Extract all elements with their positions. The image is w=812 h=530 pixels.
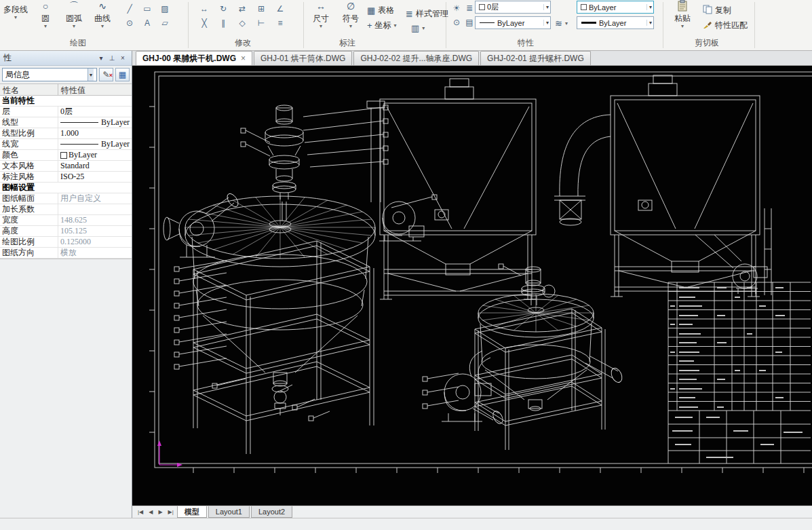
dimension-tool[interactable]: ↔ 尺寸 ▾ [307,0,335,37]
trim-icon[interactable]: ╳ [195,16,213,31]
polyline-tool[interactable]: 多段线▾ [1,0,30,37]
edit-properties-button[interactable]: ✎ × [99,68,113,81]
property-row[interactable]: 加长系数 [0,204,132,215]
property-row[interactable]: 图纸幅面用户自定义 [0,193,132,204]
parts-table [668,282,811,463]
layout-nav-icon[interactable]: ▶ [156,509,164,515]
transparency-icon: ≋ [555,18,562,29]
rotate-icon[interactable]: ↻ [214,2,232,16]
chevron-down-icon[interactable]: ▾ [543,20,549,26]
chevron-down-icon[interactable]: ▾ [394,22,397,29]
property-value[interactable]: ByLayer [58,117,132,128]
property-value[interactable]: 用户自定义 [58,193,132,204]
doc-tab[interactable]: GHJ-02-01 提升螺杆.DWG [480,51,591,65]
chevron-down-icon[interactable]: ▾ [666,23,699,29]
doc-tab[interactable]: GHJ-00 果脯烘干机.DWG× [136,51,252,65]
chevron-down-icon[interactable]: ▾ [543,4,549,10]
property-row[interactable]: 文本风格Standard [0,161,132,172]
chevron-down-icon[interactable]: ▾ [60,23,88,29]
property-value[interactable]: 148.625 [58,215,132,225]
object-type-select[interactable]: 局信息 ▾ [2,68,97,81]
chevron-down-icon[interactable]: ▾ [646,4,652,10]
property-value[interactable]: 横放 [58,248,132,258]
spline-tool[interactable]: ∿曲线▾ [88,0,117,37]
property-value[interactable]: ISO-25 [58,172,132,182]
chevron-down-icon[interactable]: ▾ [88,69,94,81]
layout-tab[interactable]: 模型 [177,506,207,518]
property-row[interactable]: 图纸方向横放 [0,248,132,259]
mirror-icon[interactable]: ⇄ [233,2,251,16]
chevron-down-icon[interactable]: ▾ [31,23,60,29]
property-row[interactable]: 标注风格ISO-25 [0,172,132,183]
layout-nav-icon[interactable]: |◀ [136,509,145,515]
property-value[interactable]: Standard [58,161,132,171]
match-properties-button[interactable]: 特性匹配 [703,20,748,31]
offset-icon[interactable]: ∥ [214,16,232,31]
pin-icon[interactable]: ⊥ [107,53,117,64]
layout-tab[interactable]: Layout1 [208,506,250,518]
table-view-button[interactable]: ▦ [115,68,130,81]
close-icon[interactable]: × [241,52,246,65]
rectangle-icon[interactable]: ▭ [138,2,156,16]
point-icon[interactable]: ⊙ [121,16,138,31]
property-value[interactable]: 0层 [58,107,132,117]
property-row[interactable]: 颜色ByLayer [0,150,132,161]
paste-button[interactable]: 粘贴 ▾ [666,0,699,37]
chevron-down-icon[interactable]: ▾ [422,25,425,31]
lineweight-combo[interactable]: ByLayer ▾ [577,16,654,29]
extend-icon[interactable]: ⊢ [252,16,270,31]
chevron-down-icon[interactable]: ▾ [646,20,652,26]
circle-tool[interactable]: ○圆▾ [31,0,60,37]
property-value[interactable]: 1.000 [58,128,132,138]
doc-tab[interactable]: GHJ-02-02 提升...轴承座.DWG [353,51,479,65]
coordinate-label: 坐标 [375,20,391,31]
property-row[interactable]: 线宽ByLayer [0,139,132,150]
chevron-down-icon[interactable]: ▾ [307,23,335,29]
region-icon[interactable]: ▱ [156,16,174,31]
drawing-area[interactable] [132,66,812,506]
style-manager-expand[interactable]: ▥ ▾ [411,23,425,33]
layout-nav-icon[interactable]: ◀ [147,509,155,515]
chamfer-icon[interactable]: ∠ [271,2,289,16]
close-icon[interactable]: × [117,53,128,64]
property-row[interactable]: 线型ByLayer [0,117,132,128]
property-name: 标注风格 [0,172,58,182]
column-header-value: 特性值 [58,84,88,95]
property-row[interactable]: 宽度148.625 [0,215,132,226]
property-value[interactable]: ByLayer [58,150,132,160]
line-icon[interactable]: ╱ [121,2,138,16]
chevron-down-icon[interactable]: ▾ [336,23,365,29]
property-value[interactable]: 0.125000 [58,237,132,247]
move-icon[interactable]: ↔ [195,2,213,16]
drawing-canvas[interactable] [132,66,812,506]
doc-tab[interactable]: GHJ-01 烘干筒体.DWG [254,51,352,65]
coordinate-tool[interactable]: + 坐标 ▾ [367,20,397,31]
property-value[interactable]: ByLayer [58,139,132,149]
scale-icon[interactable]: ◇ [233,16,251,31]
property-value[interactable] [58,204,132,214]
chevron-down-icon[interactable]: ▾ [1,14,30,20]
property-value[interactable]: 105.125 [58,226,132,236]
symbol-tool[interactable]: ∅ 符号 ▾ [336,0,365,37]
layer-combo[interactable]: 0层 ▾ [475,1,551,14]
transparency-tool[interactable]: ≋ ▾ [555,18,568,29]
table-tool[interactable]: ▦ 表格 [367,5,394,16]
layout-tab[interactable]: Layout2 [251,506,292,518]
layout-nav-icon[interactable]: ▶| [166,509,176,515]
array-icon[interactable]: ⊞ [252,2,270,16]
hatch-icon[interactable]: ▨ [156,2,174,16]
chevron-down-icon[interactable]: ▾ [88,23,117,29]
property-row[interactable]: 高度105.125 [0,226,132,237]
text-icon[interactable]: A [138,16,156,31]
chevron-down-icon[interactable]: ▾ [565,20,568,26]
color-combo[interactable]: ByLayer ▾ [577,1,654,14]
erase-icon[interactable]: ≡ [271,16,289,31]
copy-button[interactable]: 复制 [703,5,731,16]
property-row[interactable]: 绘图比例0.125000 [0,237,132,248]
property-row[interactable]: 层0层 [0,107,132,117]
palette-menu-icon[interactable]: ▾ [96,53,107,64]
property-row[interactable]: 线型比例1.000 [0,128,132,139]
linetype-combo[interactable]: ByLayer ▾ [475,16,551,29]
arc-tool[interactable]: ⌒圆弧▾ [60,0,88,37]
style-manager-tool[interactable]: ≣ 样式管理 [406,8,448,20]
